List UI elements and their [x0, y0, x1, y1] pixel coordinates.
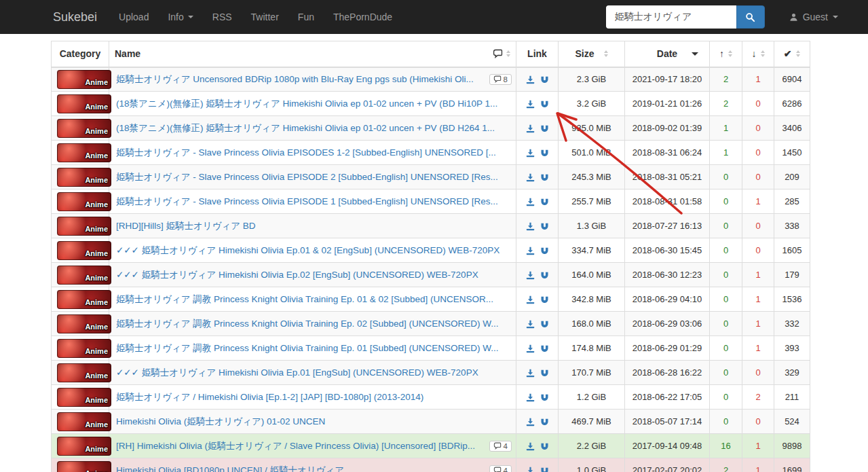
category-link-anime[interactable]: Anime — [57, 217, 103, 236]
category-link-anime[interactable]: Anime — [57, 168, 103, 187]
category-link-anime[interactable]: Anime — [57, 94, 103, 113]
category-link-anime[interactable]: Anime — [57, 290, 103, 309]
header-date[interactable]: Date — [625, 41, 710, 67]
torrent-name-link[interactable]: 姫騎士オリヴィア - Slave Princess Olivia EPISODE… — [116, 147, 512, 159]
category-link-anime[interactable]: Anime — [57, 119, 103, 138]
header-size[interactable]: Size — [559, 41, 625, 67]
user-menu[interactable]: Guest — [789, 12, 854, 22]
torrent-name-link[interactable]: 姫騎士オリヴィア 調教 Princess Knight Olivia Train… — [116, 318, 512, 330]
brand-link[interactable]: Sukebei — [53, 10, 97, 24]
magnet-link[interactable] — [540, 173, 549, 182]
nav-item-info[interactable]: Info — [158, 1, 202, 33]
magnet-link[interactable] — [540, 418, 549, 426]
comments-badge[interactable]: 8 — [489, 74, 512, 85]
magnet-link[interactable] — [540, 369, 549, 378]
torrent-name-link[interactable]: ✓✓✓ 姫騎士オリヴィア Himekishi Olivia Ep.01 & 02… — [116, 244, 512, 257]
comments-badge[interactable]: 4 — [489, 465, 512, 472]
user-label: Guest — [803, 12, 828, 22]
torrent-name-link[interactable]: 姫騎士オリヴィア - Slave Princess Olivia EPISODE… — [116, 171, 512, 183]
torrent-name-link[interactable]: 姫騎士オリヴィア / Himekishi Olivia [Ep.1-2] [JA… — [116, 391, 512, 403]
magnet-link[interactable] — [540, 75, 549, 84]
nav-item-fun[interactable]: Fun — [288, 1, 324, 33]
torrent-name-link[interactable]: (18禁アニメ)(無修正) 姫騎士オリヴィア Himekishi Olivia … — [116, 98, 512, 110]
category-link-anime[interactable]: Anime — [57, 437, 103, 456]
nav-item-upload[interactable]: Upload — [109, 1, 158, 33]
torrent-name-link[interactable]: 姫騎士オリヴィア Uncensored BDRip 1080p with Blu… — [116, 73, 485, 86]
magnet-link[interactable] — [540, 271, 549, 280]
torrent-name-link[interactable]: 姫騎士オリヴィア - Slave Princess Olivia EPISODE… — [116, 196, 512, 208]
table-row: Anime姫騎士オリヴィア 調教 Princess Knight Olivia … — [52, 312, 810, 336]
category-cell: Anime — [52, 385, 109, 410]
category-link-anime[interactable]: Anime — [57, 461, 103, 472]
category-label: Anime — [85, 469, 108, 472]
magnet-link[interactable] — [540, 222, 549, 231]
download-torrent-link[interactable] — [526, 320, 535, 329]
download-torrent-link[interactable] — [526, 173, 535, 182]
category-link-anime[interactable]: Anime — [57, 70, 103, 89]
header-leechers[interactable]: ↓ — [742, 41, 774, 67]
magnet-link[interactable] — [540, 344, 549, 353]
torrent-name-link[interactable]: Himekishi Olivia [BD1080p UNCEN] / 姫騎士オリ… — [116, 465, 485, 472]
magnet-link[interactable] — [540, 467, 549, 472]
download-torrent-link[interactable] — [526, 222, 535, 231]
download-torrent-link[interactable] — [526, 393, 535, 402]
header-link: Link — [516, 41, 559, 67]
download-torrent-link[interactable] — [526, 149, 535, 158]
category-label: Anime — [85, 347, 108, 355]
download-torrent-link[interactable] — [526, 100, 535, 109]
magnet-link[interactable] — [540, 295, 549, 304]
download-torrent-link[interactable] — [526, 344, 535, 353]
nav-item-twitter[interactable]: Twitter — [242, 1, 288, 33]
link-cell — [516, 385, 559, 410]
category-link-anime[interactable]: Anime — [57, 412, 103, 431]
size-value-cell: 501.0 MiB — [559, 141, 625, 165]
download-torrent-link[interactable] — [526, 271, 535, 280]
table-row: Anime姫騎士オリヴィア 調教 Princess Knight Olivia … — [52, 287, 810, 312]
date-value-cell: 2019-01-21 01:26 — [625, 92, 710, 116]
comments-badge[interactable]: 4 — [489, 441, 512, 452]
category-link-anime[interactable]: Anime — [57, 388, 103, 407]
magnet-link[interactable] — [540, 124, 549, 133]
category-link-anime[interactable]: Anime — [57, 266, 103, 285]
torrent-name-link[interactable]: (18禁アニメ)(無修正) 姫騎士オリヴィア Himekishi Olivia … — [116, 122, 512, 134]
magnet-link[interactable] — [540, 149, 549, 158]
search-button[interactable] — [736, 5, 765, 29]
torrent-name-link[interactable]: 姫騎士オリヴィア 調教 Princess Knight Olivia Train… — [116, 342, 512, 355]
download-torrent-link[interactable] — [526, 442, 535, 451]
torrent-name-link[interactable]: [RHD][Hills] 姫騎士オリヴィア BD — [116, 220, 512, 232]
search-input[interactable] — [606, 5, 736, 29]
leechers-count-cell: 1 — [742, 287, 774, 312]
torrent-name-link[interactable]: 姫騎士オリヴィア 調教 Princess Knight Olivia Train… — [116, 293, 512, 306]
download-torrent-link[interactable] — [526, 418, 535, 426]
magnet-link[interactable] — [540, 100, 549, 109]
category-link-anime[interactable]: Anime — [57, 241, 103, 260]
magnet-link[interactable] — [540, 393, 549, 402]
category-link-anime[interactable]: Anime — [57, 143, 103, 162]
download-torrent-link[interactable] — [526, 124, 535, 133]
torrent-name-link[interactable]: ✓✓✓ 姫騎士オリヴィア Himekishi Olivia Ep.02 [Eng… — [116, 269, 512, 281]
download-torrent-link[interactable] — [526, 369, 535, 378]
magnet-link[interactable] — [540, 442, 549, 451]
header-completed[interactable]: ✔ — [774, 41, 810, 67]
category-link-anime[interactable]: Anime — [57, 192, 103, 211]
completed-count: 1450 — [782, 147, 802, 158]
torrent-name-link[interactable]: Himekishi Olivia (姫騎士オリヴィア) 01-02 UNCEN — [116, 416, 512, 428]
category-link-anime[interactable]: Anime — [57, 363, 103, 382]
download-torrent-link[interactable] — [526, 467, 535, 472]
nav-item-rss[interactable]: RSS — [203, 1, 242, 33]
download-torrent-link[interactable] — [526, 75, 535, 84]
download-torrent-link[interactable] — [526, 247, 535, 255]
header-seeders[interactable]: ↑ — [710, 41, 742, 67]
magnet-link[interactable] — [540, 198, 549, 206]
header-comments-sort[interactable] — [493, 49, 510, 58]
magnet-link[interactable] — [540, 247, 549, 255]
size-value: 342.8 MiB — [571, 294, 611, 304]
category-link-anime[interactable]: Anime — [57, 314, 103, 333]
torrent-name-link[interactable]: ✓✓✓ 姫騎士オリヴィア Himekishi Olivia Ep.01 [Eng… — [116, 367, 512, 379]
torrent-name-link[interactable]: [RH] Himekishi Olivia (姫騎士オリヴィア / Slave … — [116, 440, 485, 452]
download-torrent-link[interactable] — [526, 198, 535, 206]
magnet-link[interactable] — [540, 320, 549, 329]
nav-item-theporndude[interactable]: ThePornDude — [324, 1, 402, 33]
category-link-anime[interactable]: Anime — [57, 339, 103, 358]
download-torrent-link[interactable] — [526, 295, 535, 304]
